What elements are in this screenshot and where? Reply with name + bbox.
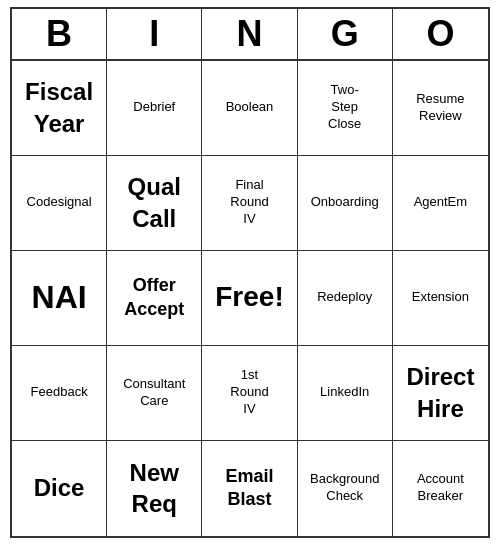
cell-text: DirectHire (406, 361, 474, 423)
cell-text: Redeploy (317, 289, 372, 306)
cell-text: Debrief (133, 99, 175, 116)
bingo-cell[interactable]: EmailBlast (202, 441, 297, 536)
cell-text: FiscalYear (25, 76, 93, 138)
cell-text: NAI (32, 277, 87, 319)
cell-text: NewReq (130, 457, 179, 519)
cell-text: ConsultantCare (123, 376, 185, 410)
header-letter: G (298, 9, 393, 59)
cell-text: Free! (215, 279, 283, 315)
cell-text: ResumeReview (416, 91, 464, 125)
bingo-cell[interactable]: AgentEm (393, 156, 488, 251)
bingo-cell[interactable]: Codesignal (12, 156, 107, 251)
cell-text: EmailBlast (225, 465, 273, 512)
bingo-grid: FiscalYearDebriefBooleanTwo-StepCloseRes… (12, 61, 488, 536)
cell-text: Boolean (226, 99, 274, 116)
header-letter: N (202, 9, 297, 59)
header-letter: B (12, 9, 107, 59)
cell-text: Two-StepClose (328, 82, 361, 133)
bingo-cell[interactable]: Free! (202, 251, 297, 346)
cell-text: Feedback (31, 384, 88, 401)
bingo-cell[interactable]: 1stRoundIV (202, 346, 297, 441)
bingo-cell[interactable]: Boolean (202, 61, 297, 156)
bingo-cell[interactable]: FiscalYear (12, 61, 107, 156)
bingo-cell[interactable]: FinalRoundIV (202, 156, 297, 251)
bingo-cell[interactable]: NAI (12, 251, 107, 346)
bingo-cell[interactable]: Redeploy (298, 251, 393, 346)
bingo-header: BINGO (12, 9, 488, 61)
bingo-cell[interactable]: Extension (393, 251, 488, 346)
bingo-cell[interactable]: Dice (12, 441, 107, 536)
header-letter: O (393, 9, 488, 59)
bingo-cell[interactable]: ResumeReview (393, 61, 488, 156)
cell-text: OfferAccept (124, 274, 184, 321)
bingo-cell[interactable]: DirectHire (393, 346, 488, 441)
bingo-cell[interactable]: QualCall (107, 156, 202, 251)
bingo-cell[interactable]: Debrief (107, 61, 202, 156)
cell-text: Codesignal (27, 194, 92, 211)
cell-text: Extension (412, 289, 469, 306)
cell-text: AgentEm (414, 194, 467, 211)
cell-text: BackgroundCheck (310, 471, 379, 505)
bingo-cell[interactable]: AccountBreaker (393, 441, 488, 536)
cell-text: AccountBreaker (417, 471, 464, 505)
cell-text: 1stRoundIV (230, 367, 268, 418)
cell-text: LinkedIn (320, 384, 369, 401)
bingo-cell[interactable]: BackgroundCheck (298, 441, 393, 536)
bingo-cell[interactable]: ConsultantCare (107, 346, 202, 441)
header-letter: I (107, 9, 202, 59)
bingo-cell[interactable]: Two-StepClose (298, 61, 393, 156)
bingo-card: BINGO FiscalYearDebriefBooleanTwo-StepCl… (10, 7, 490, 538)
bingo-cell[interactable]: Feedback (12, 346, 107, 441)
bingo-cell[interactable]: Onboarding (298, 156, 393, 251)
bingo-cell[interactable]: LinkedIn (298, 346, 393, 441)
cell-text: Onboarding (311, 194, 379, 211)
bingo-cell[interactable]: NewReq (107, 441, 202, 536)
cell-text: Dice (34, 472, 85, 503)
cell-text: FinalRoundIV (230, 177, 268, 228)
cell-text: QualCall (128, 171, 181, 233)
bingo-cell[interactable]: OfferAccept (107, 251, 202, 346)
